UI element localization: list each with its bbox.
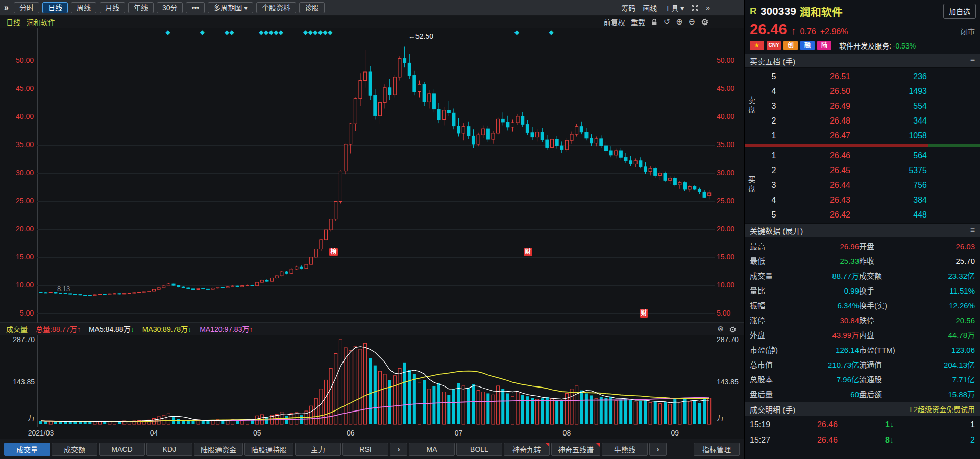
time-axis: 2021/03040506070809 xyxy=(0,427,744,439)
chart-period-label: 日线 xyxy=(6,17,20,27)
event-diamond-icon: ◆ xyxy=(328,29,332,36)
tab-more-icon[interactable]: › xyxy=(390,443,407,456)
volume-ma30: MA30:89.78万↓ xyxy=(142,324,192,334)
sell-side-row[interactable]: 426.501493 xyxy=(758,84,980,99)
tab-陆股通资金[interactable]: 陆股通资金 xyxy=(194,443,243,456)
sell-side: 卖盘526.51236426.501493326.49554226.483441… xyxy=(745,69,980,143)
adjust-mode-button[interactable]: 前复权 xyxy=(604,17,625,27)
expand-right-icon[interactable]: » xyxy=(706,4,710,12)
event-badge-2[interactable]: 财 xyxy=(640,309,648,318)
sell-side-row[interactable]: 126.471058 xyxy=(758,128,980,143)
price-tick-right: 45.00 xyxy=(717,84,740,92)
tab-主力[interactable]: 主力 xyxy=(295,443,341,456)
toolbar-link-0[interactable]: 筹码 xyxy=(621,3,635,13)
event-diamond-icon: ◆ xyxy=(323,29,328,36)
event-diamond-icon: ◆ xyxy=(225,29,229,36)
toolbar-link-2[interactable]: 工具 ▾ xyxy=(664,3,684,13)
volume-ma5: MA5:84.88万↓ xyxy=(89,324,134,334)
price-change: 0.76 xyxy=(800,27,816,36)
buy-side-row[interactable]: 226.455375 xyxy=(758,163,980,178)
period-button-3[interactable]: 月线 xyxy=(100,2,125,13)
tab-牛熊线[interactable]: 牛熊线 xyxy=(602,443,648,456)
toolbar-link-1[interactable]: 画线 xyxy=(643,3,657,13)
candlestick-chart[interactable]: ←52.50 8.13 50.0050.0045.0045.0040.0040.… xyxy=(0,28,744,323)
pane-gear-icon[interactable] xyxy=(729,325,737,334)
order-book-menu-icon[interactable]: ≡ xyxy=(970,56,975,65)
cny-badge: CNY xyxy=(767,41,781,50)
key-data-menu-icon[interactable]: ≡ xyxy=(970,226,975,235)
tab-成交额[interactable]: 成交额 xyxy=(52,443,97,456)
volume-header: 成交量 总量:88.77万↑ MA5:84.88万↓ MA30:89.78万↓ … xyxy=(0,322,744,335)
time-axis-label: 05 xyxy=(234,429,280,437)
indicator-manager-button[interactable]: 指标管理 xyxy=(694,443,740,456)
key-data-row: 振幅6.34%换手(实)12.26% xyxy=(750,298,975,313)
period-button-9[interactable]: 诊股 xyxy=(299,2,325,13)
lock-icon[interactable] xyxy=(651,18,658,26)
margin-badge: 融 xyxy=(800,41,815,50)
zoom-out-icon[interactable]: ⊖ xyxy=(689,18,695,26)
tab-more-icon[interactable]: › xyxy=(649,443,667,456)
tab-BOLL[interactable]: BOLL xyxy=(456,443,502,456)
event-badge-0[interactable]: 榜 xyxy=(329,248,338,256)
period-button-6[interactable]: ••• xyxy=(186,2,205,13)
tab-成交量[interactable]: 成交量 xyxy=(4,443,50,456)
toolbar-right-group: 筹码画线工具 ▾» xyxy=(621,3,740,13)
event-badge-1[interactable]: 财 xyxy=(524,248,532,256)
period-button-4[interactable]: 年线 xyxy=(128,2,154,13)
price-tick-right: 50.00 xyxy=(717,56,740,64)
tab-RSI[interactable]: RSI xyxy=(342,443,388,456)
zoom-in-icon[interactable]: ⊕ xyxy=(676,18,682,26)
period-button-5[interactable]: 30分 xyxy=(157,2,183,13)
price-tick-left: 10.00 xyxy=(10,281,34,289)
period-button-0[interactable]: 分时 xyxy=(14,2,39,13)
l2-trial-link[interactable]: L2超级资金免费试用 xyxy=(910,404,975,414)
tab-神奇五线谱[interactable]: 神奇五线谱 xyxy=(551,443,600,456)
tab-陆股通持股[interactable]: 陆股通持股 xyxy=(244,443,293,456)
tab-神奇九转[interactable]: 神奇九转 xyxy=(504,443,550,456)
period-button-1[interactable]: 日线 xyxy=(42,2,68,13)
buy-side-row[interactable]: 526.42448 xyxy=(758,207,980,222)
event-diamond-icon: ◆ xyxy=(318,29,323,36)
buy-side-row[interactable]: 426.43384 xyxy=(758,192,980,207)
trade-detail-row: 15:1926.461↓1 xyxy=(750,417,975,432)
order-book: 卖盘526.51236426.501493326.49554226.483441… xyxy=(745,68,980,223)
price-tick-right: 30.00 xyxy=(717,168,740,177)
period-button-group: 分时日线周线月线年线30分•••多周期图 ▾个股资料诊股 xyxy=(14,2,325,13)
app-window: » 分时日线周线月线年线30分•••多周期图 ▾个股资料诊股 筹码画线工具 ▾»… xyxy=(0,0,980,459)
period-button-7[interactable]: 多周期图 ▾ xyxy=(208,2,253,13)
event-diamond-icon: ◆ xyxy=(165,29,170,36)
buy-side-row[interactable]: 326.44756 xyxy=(758,178,980,192)
time-axis-label: 04 xyxy=(131,429,177,437)
industry-label[interactable]: 软件开发及服务: -0.53% xyxy=(839,40,916,51)
add-watchlist-button[interactable]: 加自选 xyxy=(943,4,976,19)
reload-button[interactable]: 重载 xyxy=(631,17,645,27)
price-row: 26.46 ↑ 0.76 +2.96% 闭市 xyxy=(745,20,980,39)
volume-pane-title: 成交量 xyxy=(6,324,28,334)
volume-tick-right: 287.70 xyxy=(717,335,743,344)
period-button-2[interactable]: 周线 xyxy=(71,2,96,13)
close-pane-icon[interactable]: ⊗ xyxy=(717,324,724,333)
event-diamond-icon: ◆ xyxy=(303,29,308,36)
settings-gear-icon[interactable] xyxy=(701,17,709,26)
event-diamond-icon: ◆ xyxy=(230,29,234,36)
tab-MACD[interactable]: MACD xyxy=(99,443,145,456)
stock-code: 300339 xyxy=(761,5,796,17)
undo-icon[interactable]: ↺ xyxy=(664,18,670,26)
volume-tick-left: 143.85 xyxy=(8,378,35,386)
key-data-row: 市盈(静)126.14市盈(TTM)123.06 xyxy=(750,343,975,357)
chinext-badge: 创 xyxy=(783,41,798,50)
sell-side-row[interactable]: 326.49554 xyxy=(758,99,980,113)
volume-chart[interactable]: 287.70287.70143.85143.85万万 xyxy=(0,335,744,427)
period-button-8[interactable]: 个股资料 xyxy=(256,2,296,13)
buy-side-row[interactable]: 126.46564 xyxy=(758,148,980,163)
price-tick-right: 20.00 xyxy=(717,225,740,233)
chart-header: 日线 润和软件 前复权 重载 ↺ ⊕ ⊖ xyxy=(0,16,744,28)
tab-KDJ[interactable]: KDJ xyxy=(146,443,192,456)
sell-side-row[interactable]: 226.48344 xyxy=(758,113,980,128)
key-data-title[interactable]: 关键数据 (展开) xyxy=(750,225,803,236)
key-data-row: 最高26.96开盘26.03 xyxy=(750,239,975,254)
fullscreen-icon[interactable] xyxy=(691,4,699,12)
sell-side-row[interactable]: 526.51236 xyxy=(758,69,980,84)
tab-MA[interactable]: MA xyxy=(409,443,455,456)
collapse-left-icon[interactable]: » xyxy=(4,3,9,12)
